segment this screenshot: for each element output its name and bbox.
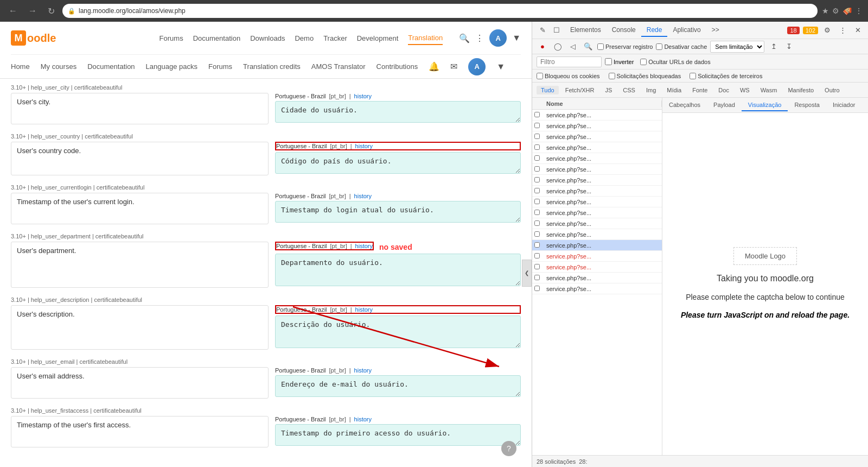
nav-forward-btn[interactable]: → [25,5,40,17]
network-list-item[interactable]: service.php?se... [532,207,662,218]
tab-elementos[interactable]: Elementos [565,24,607,37]
type-tab-doc[interactable]: Doc [714,86,733,94]
bookmark-btn[interactable]: ★ [822,7,829,15]
type-tab-ws[interactable]: WS [736,86,754,94]
user-dropdown-btn[interactable]: ▼ [496,62,505,72]
network-list-item[interactable]: service.php?se... [532,197,662,207]
sec-nav-forums[interactable]: Forums [208,62,232,71]
sidebar-toggle[interactable]: ❮ [522,260,532,287]
network-list-item[interactable]: service.php?se... [532,186,662,197]
address-bar[interactable]: 🔒 lang.moodle.org/local/amos/view.php [62,4,818,18]
device-btn[interactable]: ☐ [551,24,563,36]
nav-downloads[interactable]: Downloads [250,32,285,45]
filter-input[interactable] [537,56,602,67]
throttle-select[interactable]: Sem limitação [710,41,764,53]
search-icon-btn[interactable]: 🔍 [459,33,470,43]
tab-cabecalhos[interactable]: Cabeçalhos [662,99,707,111]
network-list-item[interactable]: service.php?se... [532,283,662,294]
settings-icon-btn[interactable]: ⚙ [821,24,833,36]
target-textarea[interactable] [275,152,521,174]
record-btn[interactable]: ● [537,41,548,53]
settings-btn[interactable]: ⚙ [832,7,839,15]
type-tab-wasm[interactable]: Wasm [756,86,782,94]
network-list-item[interactable]: service.php?se... [532,110,662,121]
history-link[interactable]: history [354,416,372,422]
type-tab-js[interactable]: JS [601,86,616,94]
invert-check[interactable]: Inverter [605,58,634,65]
preserve-log-checkbox[interactable] [597,43,604,50]
type-tab-fetch[interactable]: Fetch/XHR [561,86,599,94]
sec-nav-amos[interactable]: AMOS Translator [311,62,366,71]
type-tab-tudo[interactable]: Tudo [537,86,559,94]
history-link[interactable]: history [354,367,372,374]
tab-rede[interactable]: Rede [641,24,668,37]
target-textarea[interactable] [275,375,521,397]
history-link[interactable]: history [354,193,372,199]
notification-btn[interactable]: 🔔 [429,61,439,72]
network-list-item[interactable]: service.php?se... [532,273,662,283]
history-link[interactable]: history [354,93,372,99]
network-list-item[interactable]: service.php?se... [532,218,662,229]
network-list-item[interactable]: service.php?se... [532,121,662,131]
type-tab-img[interactable]: Img [642,86,660,94]
blocked-requests-check[interactable]: Solicitações bloqueadas [609,73,681,79]
disable-cache-checkbox[interactable] [656,43,662,50]
download-btn[interactable]: ↧ [783,41,795,53]
sec-nav-translation-credits[interactable]: Translation credits [243,62,301,71]
extension-btn[interactable]: 🪗 [843,7,852,15]
tab-iniciador[interactable]: Iniciador [826,99,862,111]
nav-refresh-btn[interactable]: ↻ [44,5,58,17]
nav-documentation[interactable]: Documentation [193,32,240,45]
history-link[interactable]: history [355,306,373,313]
hide-urls-checkbox[interactable] [640,59,647,65]
nav-translation[interactable]: Translation [408,31,443,45]
nav-forums[interactable]: Forums [159,32,183,45]
hide-urls-check[interactable]: Ocultar URLs de dados [640,59,710,65]
target-textarea[interactable] [275,201,521,223]
close-icon-btn[interactable]: ✕ [852,24,864,36]
help-button[interactable]: ? [501,441,516,456]
network-list-item[interactable]: service.php?se... [532,153,662,164]
network-list-item[interactable]: service.php?se... [532,229,662,240]
user-avatar[interactable]: A [468,58,486,75]
target-textarea[interactable] [275,424,521,446]
tab-more[interactable]: >> [706,24,725,37]
target-textarea[interactable] [275,254,521,286]
type-tab-midia[interactable]: Mídia [662,86,686,94]
blocked-cookies-check[interactable]: Bloqueou os cookies [537,73,600,79]
type-tab-fonte[interactable]: Fonte [688,86,712,94]
tab-console[interactable]: Console [607,24,641,37]
inspect-btn[interactable]: ✎ [537,24,548,36]
tab-resposta[interactable]: Resposta [788,99,826,111]
history-link[interactable]: history [355,243,373,249]
network-list-item[interactable]: service.php?se... [532,164,662,175]
moodle-logo[interactable]: M oodle [11,30,56,46]
avatar[interactable]: A [489,29,507,47]
third-party-check[interactable]: Solicitações de terceiros [690,73,762,79]
nav-back-btn[interactable]: ← [5,5,21,17]
nav-development[interactable]: Development [357,32,399,45]
sec-nav-home[interactable]: Home [11,62,30,71]
sec-nav-contributions[interactable]: Contributions [376,62,418,71]
third-party-checkbox[interactable] [690,73,696,79]
disable-cache-check[interactable]: Desativar cache [656,43,707,50]
network-list-item[interactable]: service.php?se... [532,131,662,142]
target-textarea[interactable] [275,101,521,123]
type-tab-manifesto[interactable]: Manifesto [783,86,818,94]
filter-toggle-btn[interactable]: ◁ [567,41,579,53]
search-btn[interactable]: 🔍 [582,41,594,53]
blocked-requests-checkbox[interactable] [609,73,615,79]
sec-nav-documentation[interactable]: Documentation [87,62,135,71]
network-list-item[interactable]: service.php?se... [532,262,662,273]
network-list-item[interactable]: service.php?se... [532,240,662,251]
upload-btn[interactable]: ↥ [768,41,780,53]
sec-nav-language-packs[interactable]: Language packs [146,62,197,71]
tab-payload[interactable]: Payload [707,99,742,111]
user-menu-btn[interactable]: ▼ [512,33,521,43]
network-list-item[interactable]: service.php?se... [532,251,662,262]
type-tab-css[interactable]: CSS [618,86,640,94]
menu-btn[interactable]: ⋮ [855,7,863,15]
target-textarea[interactable] [275,315,521,348]
clear-btn[interactable]: ◯ [552,41,564,53]
blocked-cookies-checkbox[interactable] [537,73,543,79]
